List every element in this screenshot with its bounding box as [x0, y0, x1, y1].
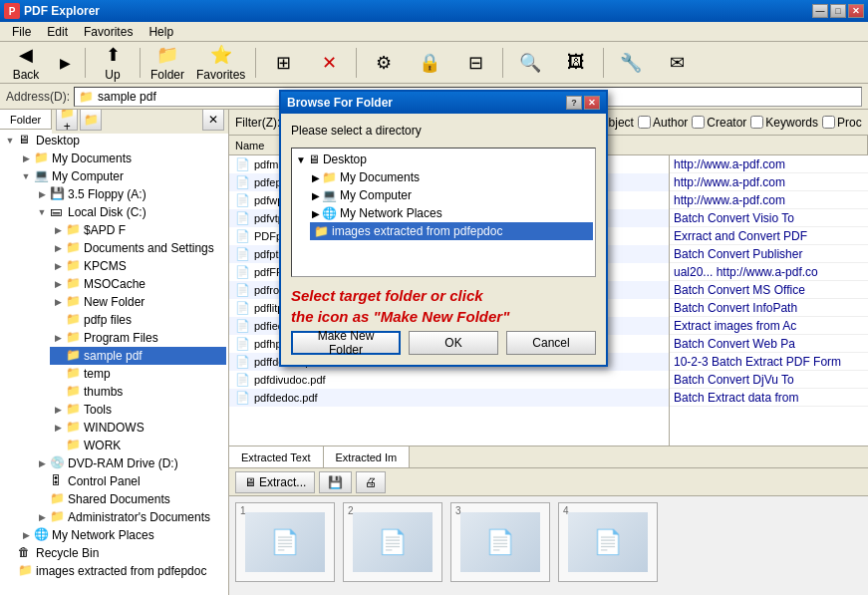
expand-mycomputer-icon: ▶ — [312, 190, 320, 201]
dialog-tree-label-mycomputer: My Computer — [340, 188, 412, 202]
make-new-folder-button[interactable]: Make New Folder — [291, 331, 401, 355]
expand-desktop-icon: ▼ — [296, 154, 306, 165]
dialog-close-button[interactable]: ✕ — [584, 96, 600, 110]
network-icon-dialog: 🌐 — [322, 206, 337, 220]
dialog-tree-desktop[interactable]: ▼ 🖥 Desktop — [294, 150, 593, 168]
dialog-tree-label-desktop: Desktop — [323, 152, 367, 166]
dialog-tree-images-extracted[interactable]: 📁 images extracted from pdfepdoc — [310, 222, 593, 240]
dialog-tree-label-networkplaces: My Network Places — [340, 206, 442, 220]
dialog-tree-mydocs[interactable]: ▶ 📁 My Documents — [310, 168, 593, 186]
mycomputer-icon-dialog: 💻 — [322, 188, 337, 202]
dialog-tree-networkplaces[interactable]: ▶ 🌐 My Network Places — [310, 204, 593, 222]
dialog-title-bar: Browse For Folder ? ✕ — [281, 92, 606, 114]
dialog-tree-label-mydocs: My Documents — [340, 170, 420, 184]
dialog-cancel-button[interactable]: Cancel — [506, 331, 596, 355]
dialog-tree-label-images: images extracted from pdfepdoc — [332, 224, 502, 238]
dialog-tree-indent: ▶ 📁 My Documents ▶ 💻 My Computer ▶ 🌐 My … — [294, 168, 593, 240]
highlight-instruction-2: the icon as "Make New Folder" — [291, 308, 596, 325]
dialog-help-button[interactable]: ? — [566, 96, 582, 110]
expand-mydocs-icon: ▶ — [312, 172, 320, 183]
mydocs-icon-dialog: 📁 — [322, 170, 337, 184]
dialog-tree-mycomputer[interactable]: ▶ 💻 My Computer — [310, 186, 593, 204]
dialog-body: Please select a directory ▼ 🖥 Desktop ▶ … — [281, 114, 606, 365]
dialog-overlay: Browse For Folder ? ✕ Please select a di… — [0, 0, 868, 595]
browse-folder-dialog: Browse For Folder ? ✕ Please select a di… — [279, 90, 608, 367]
images-icon-dialog: 📁 — [314, 224, 329, 238]
dialog-buttons: Make New Folder OK Cancel — [291, 331, 596, 355]
highlight-instruction-1: Select target folder or click — [291, 287, 596, 304]
dialog-ok-button[interactable]: OK — [409, 331, 498, 355]
dialog-title-text: Browse For Folder — [287, 96, 564, 110]
expand-network-icon: ▶ — [312, 208, 320, 219]
desktop-icon-dialog: 🖥 — [308, 152, 320, 166]
dialog-prompt: Please select a directory — [291, 124, 596, 138]
dialog-folder-tree: ▼ 🖥 Desktop ▶ 📁 My Documents ▶ 💻 My Comp… — [291, 148, 596, 277]
